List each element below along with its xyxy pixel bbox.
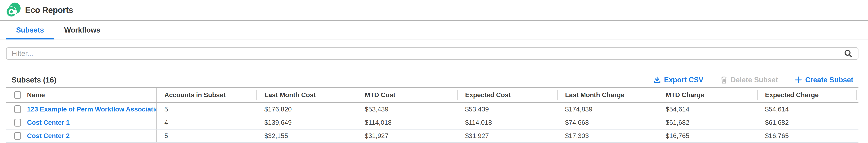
- subsets-table: Name Accounts in Subset Last Month Cost …: [6, 87, 859, 143]
- cell-last-month-charge: $17,303: [558, 132, 658, 140]
- page-title: Eco Reports: [25, 5, 73, 15]
- tab-bar: Subsets Workflows: [0, 21, 868, 39]
- cell-mtd-charge: $16,765: [658, 132, 758, 140]
- cell-accounts: 5: [157, 106, 257, 113]
- subsets-toolbar: Subsets (16) Export CSV Delete Subset Cr: [11, 73, 853, 87]
- subset-name-link[interactable]: Cost Center 2: [27, 132, 70, 140]
- cell-expected-charge: $16,765: [758, 132, 857, 140]
- header-cell-name: Name: [6, 88, 157, 102]
- cell-name: Cost Center 2: [6, 130, 157, 142]
- table-row: 123 Example of Perm Workflow Association…: [6, 103, 859, 116]
- header-cell-accounts-in-subset: Accounts in Subset: [157, 88, 257, 102]
- cell-mtd-cost: $114,018: [358, 119, 458, 126]
- cell-expected-cost: $53,439: [458, 106, 558, 113]
- create-subset-label: Create Subset: [805, 76, 853, 84]
- delete-subset-label: Delete Subset: [731, 76, 778, 84]
- cell-accounts: 5: [157, 132, 257, 140]
- select-all-checkbox[interactable]: [14, 91, 21, 99]
- table-row: Cost Center 2 5 $32,155 $31,927 $31,927 …: [6, 130, 859, 143]
- cell-mtd-cost: $31,927: [358, 132, 458, 140]
- export-csv-button[interactable]: Export CSV: [653, 76, 704, 84]
- cell-last-month-charge: $174,839: [558, 106, 658, 113]
- cell-mtd-cost: $53,439: [358, 106, 458, 113]
- header-cell-expected-charge: Expected Charge: [758, 88, 857, 102]
- table-header-row: Name Accounts in Subset Last Month Cost …: [6, 87, 859, 103]
- cell-last-month-cost: $32,155: [257, 132, 358, 140]
- app-header: Eco Reports: [0, 0, 868, 21]
- cell-last-month-cost: $139,649: [257, 119, 358, 126]
- row-checkbox[interactable]: [14, 118, 21, 127]
- toolbar-actions: Export CSV Delete Subset Create Subset: [653, 76, 853, 84]
- search-icon[interactable]: [844, 49, 853, 58]
- cell-expected-cost: $31,927: [458, 132, 558, 140]
- export-csv-label: Export CSV: [664, 76, 704, 84]
- cell-mtd-charge: $61,682: [658, 119, 758, 126]
- cell-mtd-charge: $54,614: [658, 106, 758, 113]
- table-row: Cost Center 1 4 $139,649 $114,018 $114,0…: [6, 116, 859, 130]
- filter-bar: [6, 47, 859, 60]
- trash-icon: [720, 76, 728, 84]
- cell-accounts: 4: [157, 119, 257, 126]
- filter-input[interactable]: [12, 49, 844, 58]
- cell-expected-cost: $114,018: [458, 119, 558, 126]
- cell-last-month-cost: $176,820: [257, 106, 358, 113]
- delete-subset-button[interactable]: Delete Subset: [720, 76, 778, 84]
- tab-workflows[interactable]: Workflows: [54, 21, 110, 39]
- cell-name: Cost Center 1: [6, 116, 157, 129]
- tab-subsets[interactable]: Subsets: [6, 21, 54, 39]
- cell-expected-charge: $61,682: [758, 119, 857, 126]
- header-cell-expected-cost: Expected Cost: [458, 88, 558, 102]
- row-checkbox[interactable]: [14, 132, 21, 140]
- cell-expected-charge: $54,614: [758, 106, 857, 113]
- row-checkbox[interactable]: [14, 105, 21, 113]
- header-cell-mtd-cost: MTD Cost: [358, 88, 458, 102]
- header-cell-last-month-cost: Last Month Cost: [257, 88, 358, 102]
- header-cell-last-month-charge: Last Month Charge: [558, 88, 658, 102]
- header-cell-mtd-charge: MTD Charge: [658, 88, 758, 102]
- eco-reports-logo-icon: [6, 2, 21, 18]
- cell-name: 123 Example of Perm Workflow Association: [6, 103, 157, 116]
- plus-icon: [795, 76, 802, 84]
- subsets-count-heading: Subsets (16): [11, 76, 57, 84]
- subset-name-link[interactable]: Cost Center 1: [27, 119, 70, 126]
- download-icon: [653, 76, 661, 84]
- subset-name-link[interactable]: 123 Example of Perm Workflow Association: [27, 106, 157, 113]
- create-subset-button[interactable]: Create Subset: [795, 76, 853, 84]
- cell-last-month-charge: $74,668: [558, 119, 658, 126]
